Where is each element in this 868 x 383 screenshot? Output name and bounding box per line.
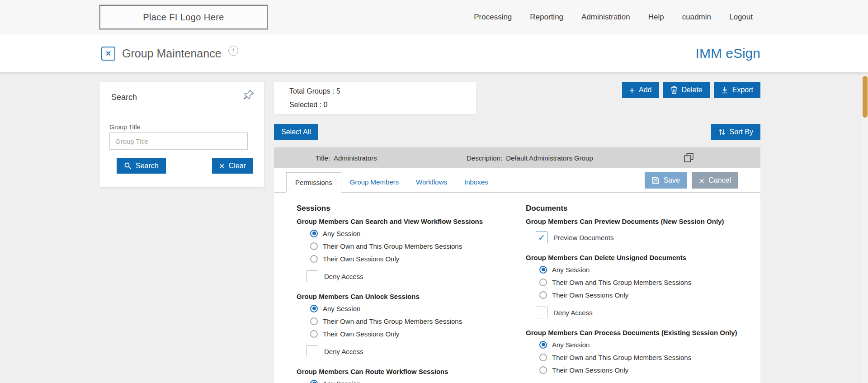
- group-title-field-label: Title:: [316, 154, 330, 162]
- deny-access-row[interactable]: Deny Access: [297, 344, 518, 359]
- radio-label: Any Session: [323, 305, 360, 312]
- radio-label: Their Own Sessions Only: [552, 366, 628, 374]
- radio-icon[interactable]: [310, 330, 318, 338]
- radio-option[interactable]: Any Session: [297, 377, 518, 383]
- selected-count: Selected : 0: [289, 98, 476, 112]
- radio-option[interactable]: Their Own Sessions Only: [526, 288, 747, 301]
- select-all-label: Select All: [281, 128, 311, 136]
- deny-access-row[interactable]: Deny Access: [297, 269, 518, 284]
- radio-label: Their Own and This Group Members Session…: [323, 317, 462, 325]
- perm-group-search-view-sessions: Group Members Can Search and View Workfl…: [297, 217, 518, 284]
- group-header-bar[interactable]: Title: Administrators Description: Defau…: [274, 147, 760, 168]
- radio-option[interactable]: Their Own and This Group Members Session…: [297, 315, 518, 327]
- radio-icon[interactable]: [539, 341, 547, 349]
- tab-group-members[interactable]: Group Members: [341, 172, 407, 192]
- total-groups-count: Total Groups : 5: [289, 85, 476, 98]
- download-icon: [721, 86, 728, 94]
- radio-option[interactable]: Their Own Sessions Only: [526, 364, 747, 376]
- perm-group-title: Group Members Can Process Documents (Exi…: [526, 328, 747, 337]
- brand-logo: IMM eSign: [696, 34, 760, 72]
- plus-icon: +: [629, 85, 635, 95]
- nav-item-reporting[interactable]: Reporting: [530, 13, 563, 22]
- perm-group-route-workflow-sessions: Group Members Can Route Workflow Session…: [297, 367, 518, 383]
- radio-option[interactable]: Their Own and This Group Members Session…: [297, 240, 518, 252]
- checkbox-icon[interactable]: [536, 232, 547, 243]
- radio-icon[interactable]: [539, 279, 547, 286]
- radio-icon[interactable]: [539, 354, 547, 361]
- export-button[interactable]: Export: [714, 82, 760, 98]
- sessions-column: Sessions Group Members Can Search and Vi…: [297, 203, 518, 383]
- clear-button[interactable]: × Clear: [212, 158, 254, 174]
- radio-label: Any Session: [323, 380, 360, 383]
- pin-icon[interactable]: [243, 89, 255, 103]
- radio-icon[interactable]: [539, 266, 547, 274]
- tab-permissions[interactable]: Permissions: [286, 172, 341, 193]
- vertical-scrollbar[interactable]: [862, 72, 868, 383]
- restore-window-icon[interactable]: [683, 152, 694, 165]
- radio-label: Their Own Sessions Only: [552, 291, 628, 299]
- documents-column: Documents Group Members Can Preview Docu…: [526, 203, 747, 383]
- cancel-icon: ×: [699, 176, 704, 185]
- perm-group-title: Group Members Can Search and View Workfl…: [297, 217, 518, 226]
- checkbox-icon[interactable]: [307, 345, 318, 357]
- preview-documents-row[interactable]: Preview Documents: [526, 230, 747, 245]
- nav-item-logout[interactable]: Logout: [729, 13, 753, 22]
- perm-group-delete-unsigned-documents: Group Members Can Delete Unsigned Docume…: [526, 253, 747, 320]
- radio-option[interactable]: Any Session: [526, 263, 747, 276]
- group-title-input[interactable]: [109, 132, 248, 150]
- checkbox-icon[interactable]: [536, 307, 547, 318]
- radio-option[interactable]: Any Session: [297, 302, 518, 315]
- radio-option[interactable]: Any Session: [526, 338, 747, 351]
- radio-icon[interactable]: [539, 366, 547, 374]
- cancel-button[interactable]: × Cancel: [692, 172, 738, 189]
- checkbox-label: Deny Access: [553, 309, 593, 317]
- scrollbar-thumb[interactable]: [863, 76, 868, 118]
- radio-option[interactable]: Their Own Sessions Only: [297, 252, 518, 265]
- top-bar: Place FI Logo Here Processing Reporting …: [0, 0, 868, 34]
- nav-item-administration[interactable]: Administration: [581, 13, 630, 22]
- radio-option[interactable]: Their Own and This Group Members Session…: [526, 351, 747, 364]
- radio-icon[interactable]: [539, 291, 547, 299]
- fi-logo-placeholder: Place FI Logo Here: [99, 5, 268, 29]
- radio-option[interactable]: Their Own and This Group Members Session…: [526, 276, 747, 288]
- export-button-label: Export: [732, 86, 753, 94]
- nav-item-help[interactable]: Help: [648, 13, 664, 22]
- tab-workflows[interactable]: Workflows: [407, 172, 456, 192]
- add-button[interactable]: + Add: [622, 82, 659, 98]
- radio-icon[interactable]: [310, 255, 318, 263]
- search-button-label: Search: [136, 162, 159, 170]
- tab-inboxes[interactable]: Inboxes: [456, 172, 497, 192]
- checkbox-label: Preview Documents: [553, 234, 613, 241]
- radio-icon[interactable]: [310, 380, 318, 383]
- save-button[interactable]: Save: [645, 172, 687, 189]
- radio-icon[interactable]: [310, 230, 318, 237]
- search-button[interactable]: Search: [117, 158, 166, 174]
- info-icon[interactable]: i: [228, 46, 238, 56]
- perm-group-title: Group Members Can Delete Unsigned Docume…: [526, 253, 747, 262]
- select-all-button[interactable]: Select All: [274, 124, 318, 140]
- radio-icon[interactable]: [310, 242, 318, 250]
- group-desc-field-label: Description:: [467, 154, 502, 162]
- nav-item-cuadmin[interactable]: cuadmin: [682, 13, 711, 22]
- main-nav: Processing Reporting Administration Help…: [474, 0, 753, 34]
- search-panel-title: Search: [111, 93, 137, 102]
- nav-item-processing[interactable]: Processing: [474, 13, 512, 22]
- perm-group-process-documents: Group Members Can Process Documents (Exi…: [526, 328, 747, 376]
- group-title-label: Group Title: [109, 123, 140, 131]
- checkbox-label: Deny Access: [324, 348, 363, 355]
- search-icon: [124, 162, 132, 170]
- radio-label: Their Own and This Group Members Session…: [552, 279, 691, 286]
- sort-arrows-icon: [718, 128, 726, 136]
- save-cancel-actions: Save × Cancel: [645, 172, 738, 189]
- sort-by-button[interactable]: Sort By: [711, 124, 760, 140]
- radio-option[interactable]: Their Own Sessions Only: [297, 327, 518, 340]
- group-detail-panel: Permissions Group Members Workflows Inbo…: [274, 168, 760, 383]
- radio-option[interactable]: Any Session: [297, 227, 518, 240]
- radio-icon[interactable]: [310, 317, 318, 325]
- delete-button[interactable]: Delete: [663, 82, 710, 98]
- add-button-label: Add: [639, 86, 651, 94]
- radio-icon[interactable]: [310, 305, 318, 312]
- page-title: Group Maintenance: [122, 47, 222, 60]
- checkbox-icon[interactable]: [307, 270, 318, 282]
- deny-access-row[interactable]: Deny Access: [526, 305, 747, 320]
